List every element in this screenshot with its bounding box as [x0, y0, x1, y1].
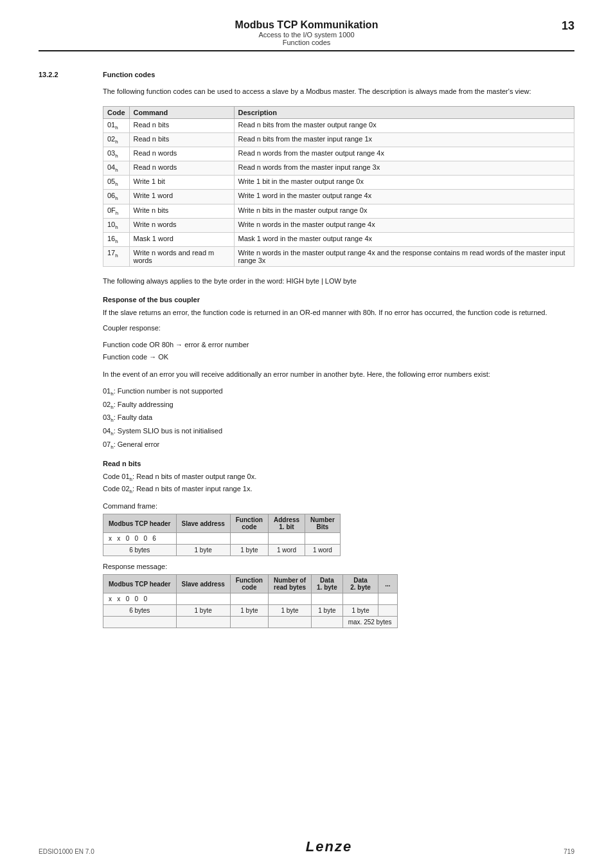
- cmd-row1-bits: [305, 533, 341, 545]
- bus-coupler-para2: In the event of an error you will receiv…: [103, 369, 574, 380]
- cmd-col-modbus-header: Modbus TCP header: [103, 514, 177, 533]
- cmd-size-addr: 1 word: [268, 545, 305, 556]
- resp-maxrow-data1: [312, 617, 343, 628]
- table-row: 03h Read n words Read n words from the m…: [103, 147, 574, 161]
- cell-command: Write n bits: [129, 204, 234, 218]
- cmd-col-slave-addr: Slave address: [176, 514, 230, 533]
- cmd-col-func-code: Functioncode: [230, 514, 268, 533]
- resp-col-func-code: Functioncode: [230, 575, 268, 593]
- cell-code: 05h: [103, 176, 130, 190]
- footer-page: 719: [564, 848, 574, 855]
- error-item: 03h: Faulty data: [103, 411, 574, 425]
- response-label: Response message:: [103, 563, 574, 570]
- cmd-size-header: 6 bytes: [103, 545, 177, 556]
- cmd-row1-header: x x 0 0 0 6: [103, 533, 177, 545]
- resp-maxrow-slave: [176, 617, 230, 628]
- resp-row1-header: x x 0 0 0: [103, 593, 177, 605]
- cell-description: Write n words in the master output range…: [234, 247, 574, 267]
- section-number: 13.2.2: [39, 71, 77, 78]
- table-row: 16h Mask 1 word Mask 1 word in the maste…: [103, 233, 574, 247]
- cmd-size-func: 1 byte: [230, 545, 268, 556]
- cmd-col-number-bits: NumberBits: [305, 514, 341, 533]
- command-frame-label: Command frame:: [103, 502, 574, 510]
- cmd-row1-addr: [268, 533, 305, 545]
- page-header: Modbus TCP Kommunikation Access to the I…: [39, 19, 574, 51]
- resp-row1-ellipsis: [378, 593, 397, 605]
- table-row: 17h Write n words and read m words Write…: [103, 247, 574, 267]
- lenze-logo: Lenze: [306, 838, 352, 855]
- cell-code: 16h: [103, 233, 130, 247]
- error-item: 01h: Function number is not supported: [103, 385, 574, 399]
- resp-size-data2: 1 byte: [342, 605, 378, 617]
- resp-col-data1: Data1. byte: [312, 575, 343, 593]
- table-row: 06h Write 1 word Write 1 word in the mas…: [103, 190, 574, 204]
- cmd-row1-slave: [176, 533, 230, 545]
- error-list: 01h: Function number is not supported02h…: [103, 385, 574, 452]
- resp-col-num-read-bytes: Number ofread bytes: [268, 575, 311, 593]
- read-n-bits-line1: Code 01h: Read n bits of master output r…: [103, 471, 574, 496]
- cell-description: Read n words from the master output rang…: [234, 147, 574, 161]
- coupler-response-label: Coupler response:: [103, 323, 574, 334]
- resp-col-modbus-header: Modbus TCP header: [103, 575, 177, 593]
- cell-command: Write n words: [129, 218, 234, 232]
- command-frame-table: Modbus TCP header Slave address Function…: [103, 514, 341, 556]
- sub-h1: h: [130, 476, 132, 482]
- table-row: 02h Read n bits Read n bits from the mas…: [103, 132, 574, 147]
- header-subtitle2: Function codes: [64, 39, 549, 46]
- error-item: 07h: General error: [103, 439, 574, 452]
- header-title-block: Modbus TCP Kommunikation Access to the I…: [64, 19, 549, 46]
- cell-code: 0Fh: [103, 204, 130, 218]
- col-header-code: Code: [103, 106, 130, 118]
- cell-command: Read n bits: [129, 118, 234, 132]
- resp-size-func: 1 byte: [230, 605, 268, 617]
- resp-maxrow-header: [103, 617, 177, 628]
- cell-description: Read n bits from the master input range …: [234, 132, 574, 147]
- cell-description: Read n bits from the master output range…: [234, 118, 574, 132]
- cmd-col-address: Address1. bit: [268, 514, 305, 533]
- resp-row1-data1: [312, 593, 343, 605]
- resp-maxrow-max: max. 252 bytes: [342, 617, 397, 628]
- table-row: 0Fh Write n bits Write n bits in the mas…: [103, 204, 574, 218]
- cell-command: Write n words and read m words: [129, 247, 234, 267]
- header-main-title: Modbus TCP Kommunikation: [64, 19, 549, 31]
- byte-order-note: The following always applies to the byte…: [103, 276, 574, 287]
- resp-size-ellipsis: [378, 605, 397, 617]
- cell-code: 17h: [103, 247, 130, 267]
- cell-description: Write n bits in the master output range …: [234, 204, 574, 218]
- read-n-bits-title: Read n bits: [103, 460, 574, 467]
- cell-command: Write 1 word: [129, 190, 234, 204]
- section-title: Function codes: [103, 71, 155, 78]
- cell-command: Read n words: [129, 147, 234, 161]
- footer-edition: EDSIO1000 EN 7.0: [39, 848, 94, 855]
- function-code-ok-line: Function code → OK: [103, 351, 574, 364]
- cell-description: Write 1 word in the master output range …: [234, 190, 574, 204]
- resp-maxrow-func: [230, 617, 268, 628]
- col-header-command: Command: [129, 106, 234, 118]
- resp-size-data1: 1 byte: [312, 605, 343, 617]
- function-code-error-line: Function code OR 80h → error & error num…: [103, 339, 574, 352]
- resp-size-num: 1 byte: [268, 605, 311, 617]
- resp-size-header: 6 bytes: [103, 605, 177, 617]
- section-heading: 13.2.2 Function codes: [39, 71, 574, 78]
- cell-command: Read n bits: [129, 132, 234, 147]
- cmd-row1-func: [230, 533, 268, 545]
- error-item: 02h: Faulty addressing: [103, 399, 574, 412]
- resp-col-slave-addr: Slave address: [176, 575, 230, 593]
- cell-code: 06h: [103, 190, 130, 204]
- resp-size-slave: 1 byte: [176, 605, 230, 617]
- error-item: 04h: System SLIO bus is not initialised: [103, 425, 574, 439]
- resp-row1-num: [268, 593, 311, 605]
- table-row: 10h Write n words Write n words in the m…: [103, 218, 574, 232]
- resp-row1-data2: [342, 593, 378, 605]
- resp-row1-func: [230, 593, 268, 605]
- page-footer: EDSIO1000 EN 7.0 Lenze 719: [39, 838, 574, 855]
- function-codes-table: Code Command Description 01h Read n bits…: [103, 106, 574, 267]
- cell-description: Read n words from the master input range…: [234, 161, 574, 176]
- cell-code: 02h: [103, 132, 130, 147]
- resp-col-data2: Data2. byte: [342, 575, 378, 593]
- cell-command: Write 1 bit: [129, 176, 234, 190]
- resp-col-ellipsis: ...: [378, 575, 397, 593]
- cell-code: 10h: [103, 218, 130, 232]
- cell-code: 01h: [103, 118, 130, 132]
- col-header-description: Description: [234, 106, 574, 118]
